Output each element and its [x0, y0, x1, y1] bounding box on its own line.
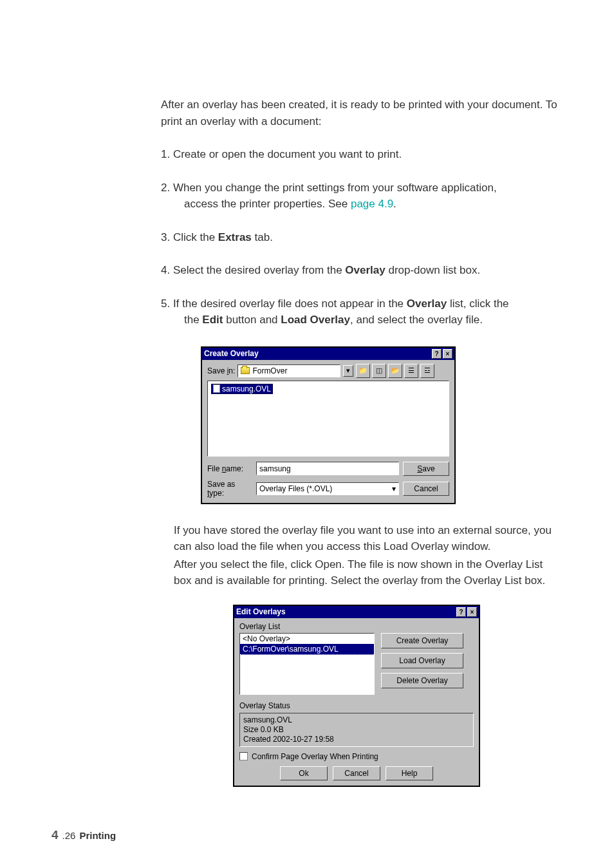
step-5-b3: Load Overlay — [281, 314, 350, 326]
dialog2-titlebar: Edit Overlays ? × — [234, 606, 479, 618]
desktop-icon[interactable]: ◫ — [372, 364, 386, 378]
overlay-status-box: samsung.OVL Size 0.0 KB Created 2002-10-… — [239, 713, 474, 747]
help-button[interactable]: ? — [432, 349, 442, 359]
savetype-value: Overlay Files (*.OVL) — [259, 484, 332, 493]
save-in-value: FormOver — [252, 366, 287, 375]
step-2-b: access the printer properties. See — [184, 198, 351, 210]
footer-chapter: 4 — [51, 828, 59, 842]
up-folder-icon[interactable]: 📁 — [356, 364, 370, 378]
ok-button[interactable]: Ok — [280, 766, 328, 780]
file-item-samsung-ovl[interactable]: samsung.OVL — [211, 384, 273, 394]
footer-page: .26 — [62, 830, 76, 841]
dialog-titlebar: Create Overlay ? × — [202, 348, 454, 360]
footer-section: Printing — [79, 830, 116, 841]
close-button[interactable]: × — [467, 607, 477, 617]
step-5-a: 5. If the desired overlay file does not … — [161, 297, 407, 310]
save-in-combo[interactable]: FormOver — [237, 364, 340, 377]
create-overlay-button[interactable]: Create Overlay — [381, 633, 463, 648]
paragraph-1: If you have stored the overlay file you … — [174, 522, 556, 555]
confirm-label: Confirm Page Overlay When Printing — [252, 752, 378, 761]
confirm-checkbox[interactable] — [239, 752, 248, 760]
chevron-down-icon[interactable]: ▾ — [392, 484, 396, 493]
step-5-d-pre: the — [184, 314, 202, 326]
list-view-icon[interactable]: ☰ — [404, 364, 418, 378]
close-button[interactable]: × — [443, 349, 452, 359]
step-3-c: tab. — [252, 231, 273, 243]
cancel-button[interactable]: Cancel — [333, 766, 380, 780]
filename-label: File name: — [207, 464, 252, 473]
step-2-a: 2. When you change the print settings fr… — [161, 182, 497, 194]
step-4-c: drop-down list box. — [386, 264, 480, 276]
dialog-title-text: Create Overlay — [204, 349, 259, 358]
step-1: 1. Create or open the document you want … — [161, 146, 575, 163]
link-page-4-9[interactable]: page 4.9 — [351, 198, 393, 210]
overlay-listbox[interactable]: <No Overlay> C:\FormOver\samsung.OVL — [239, 633, 375, 695]
save-in-label: Save in: — [207, 366, 235, 375]
step-3-bold: Extras — [218, 231, 252, 243]
step-5-c: list, click the — [447, 297, 508, 310]
paragraph-2: After you select the file, click Open. T… — [174, 556, 556, 589]
filename-input[interactable] — [256, 462, 399, 475]
step-5-b2: Edit — [202, 314, 223, 326]
status-line-1: samsung.OVL — [243, 715, 470, 725]
step-4: 4. Select the desired overlay from the O… — [161, 262, 575, 279]
delete-overlay-button[interactable]: Delete Overlay — [381, 673, 463, 688]
dialog2-title-text: Edit Overlays — [236, 607, 286, 616]
chevron-down-icon[interactable]: ▾ — [343, 365, 353, 377]
new-folder-icon[interactable]: 📂 — [388, 364, 402, 378]
step-5-b1: Overlay — [407, 297, 447, 310]
edit-overlays-dialog: Edit Overlays ? × Overlay List <No Overl… — [233, 605, 480, 787]
help-button[interactable]: ? — [456, 607, 466, 617]
step-5-e: button and — [223, 314, 281, 326]
intro-text: After an overlay has been created, it is… — [161, 97, 575, 129]
file-item-label: samsung.OVL — [222, 384, 271, 393]
savetype-label: Save as type: — [207, 480, 252, 498]
help-button[interactable]: Help — [386, 766, 433, 780]
step-4-bold: Overlay — [345, 264, 385, 276]
list-item-no-overlay[interactable]: <No Overlay> — [240, 634, 374, 644]
overlay-status-label: Overlay Status — [239, 701, 474, 710]
savetype-combo[interactable]: Overlay Files (*.OVL) ▾ — [256, 482, 399, 495]
step-3: 3. Click the Extras tab. — [161, 229, 575, 246]
list-item-samsung[interactable]: C:\FormOver\samsung.OVL — [240, 644, 374, 655]
status-line-2: Size 0.0 KB — [243, 725, 470, 735]
status-line-3: Created 2002-10-27 19:58 — [243, 735, 470, 744]
step-4-a: 4. Select the desired overlay from the — [161, 264, 345, 276]
step-5-g: , and select the overlay file. — [350, 314, 483, 326]
details-view-icon[interactable]: ☲ — [420, 364, 434, 378]
step-5: 5. If the desired overlay file does not … — [161, 296, 575, 328]
create-overlay-dialog: Create Overlay ? × Save in: FormOver ▾ 📁… — [201, 346, 456, 504]
load-overlay-button[interactable]: Load Overlay — [381, 653, 463, 668]
cancel-button[interactable]: Cancel — [403, 482, 449, 496]
overlay-list-label: Overlay List — [239, 622, 474, 631]
folder-icon — [241, 367, 250, 374]
step-2: 2. When you change the print settings fr… — [161, 180, 575, 212]
step-3-a: 3. Click the — [161, 231, 218, 243]
save-button[interactable]: Save — [403, 462, 449, 476]
document-icon — [213, 384, 220, 393]
file-list[interactable]: samsung.OVL — [207, 381, 449, 457]
